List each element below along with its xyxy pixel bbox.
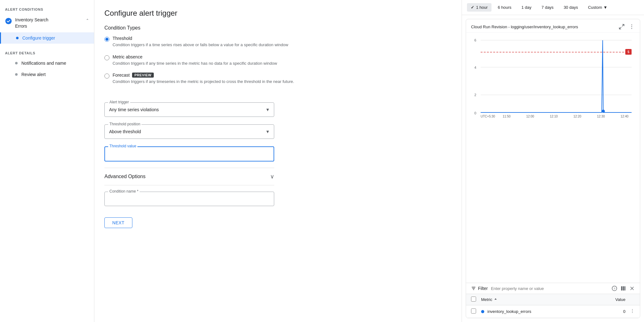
- condition-type-forecast: Forecast PREVIEW Condition triggers if a…: [104, 73, 452, 85]
- sidebar-sub-item-configure-trigger[interactable]: Configure trigger: [0, 32, 94, 44]
- preview-badge: PREVIEW: [132, 73, 153, 78]
- svg-text:6: 6: [475, 38, 476, 42]
- alert-trigger-select[interactable]: Any time series violationsAll time serie…: [104, 102, 274, 117]
- sort-up-icon[interactable]: [493, 297, 498, 302]
- threshold-radio[interactable]: [104, 37, 109, 42]
- svg-text:12:40: 12:40: [621, 115, 629, 117]
- svg-text:2: 2: [475, 93, 476, 97]
- svg-text:0: 0: [475, 111, 476, 115]
- svg-text:UTC+5:30: UTC+5:30: [481, 115, 495, 117]
- alert-details-label: ALERT DETAILS: [0, 49, 94, 57]
- sidebar-item-inventory[interactable]: Inventory Search Errors ⌃: [0, 14, 94, 32]
- review-label: Review alert: [21, 72, 46, 77]
- condition-type-metric-absence: Metric absence Condition triggers if any…: [104, 54, 452, 67]
- threshold-position-label: Threshold position: [108, 122, 142, 126]
- metric-name: inventory_lookup_errors: [487, 309, 610, 314]
- svg-point-2: [631, 26, 632, 27]
- svg-rect-27: [625, 286, 625, 291]
- time-btn-7days[interactable]: 7 days: [538, 3, 557, 12]
- alert-conditions-label: ALERT CONDITIONS: [0, 5, 94, 14]
- threshold-desc: Condition triggers if a time series rise…: [113, 42, 288, 48]
- alert-trigger-group: Alert trigger Any time series violations…: [104, 102, 452, 117]
- metric-value: 0: [610, 309, 625, 314]
- time-range-bar: ✓ 1 hour 6 hours 1 day 7 days 30 days Cu…: [462, 0, 644, 15]
- svg-text:5: 5: [628, 50, 630, 54]
- columns-icon[interactable]: [620, 286, 626, 291]
- threshold-value-input[interactable]: 5: [104, 146, 274, 161]
- svg-point-1: [631, 25, 632, 25]
- time-btn-1hour[interactable]: ✓ 1 hour: [467, 3, 491, 12]
- help-icon[interactable]: ?: [612, 286, 617, 291]
- filter-actions: ?: [612, 286, 635, 291]
- svg-point-22: [602, 110, 605, 113]
- svg-text:11:50: 11:50: [503, 115, 511, 117]
- filter-label: Filter: [471, 286, 488, 291]
- svg-rect-26: [623, 286, 624, 291]
- alert-trigger-wrapper: Any time series violationsAll time serie…: [104, 102, 274, 117]
- svg-text:12:20: 12:20: [574, 115, 581, 117]
- time-btn-30days[interactable]: 30 days: [560, 3, 582, 12]
- threshold-position-select[interactable]: Above thresholdBelow threshold: [104, 124, 274, 139]
- sidebar-sub-item-review[interactable]: Review alert: [0, 69, 94, 80]
- threshold-value-label: Threshold value: [108, 144, 137, 148]
- threshold-label-wrapper: Threshold Condition triggers if a time s…: [113, 36, 288, 48]
- metric-column-header: Metric: [481, 297, 600, 302]
- svg-point-3: [631, 28, 632, 29]
- sidebar: ALERT CONDITIONS Inventory Search Errors…: [0, 0, 94, 322]
- row-checkbox[interactable]: [471, 308, 476, 314]
- condition-name-label: Condition name *: [108, 189, 140, 194]
- threshold-position-group: Threshold position Above thresholdBelow …: [104, 124, 452, 139]
- condition-type-threshold: Threshold Condition triggers if a time s…: [104, 36, 452, 48]
- svg-rect-25: [621, 286, 622, 291]
- time-btn-custom[interactable]: Custom ▼: [584, 3, 611, 12]
- active-dot: [16, 37, 19, 39]
- metric-more-icon[interactable]: [625, 308, 635, 314]
- advanced-options-label: Advanced Options: [104, 174, 146, 179]
- main-inner: Configure alert trigger Condition Types …: [94, 0, 644, 322]
- forecast-label: Forecast PREVIEW: [113, 73, 294, 78]
- forecast-radio[interactable]: [104, 74, 109, 79]
- chart-title: Cloud Run Revision - logging/user/invent…: [471, 25, 578, 29]
- metric-table-header: Metric Value: [466, 294, 640, 305]
- metric-absence-label-wrapper: Metric absence Condition triggers if any…: [113, 54, 277, 67]
- filter-text: Filter: [478, 286, 488, 291]
- metric-absence-label: Metric absence: [113, 54, 277, 59]
- filter-bar: Filter ?: [466, 283, 640, 294]
- forecast-label-wrapper: Forecast PREVIEW Condition triggers if a…: [113, 73, 294, 85]
- sidebar-sub-item-notifications[interactable]: Notifications and name: [0, 57, 94, 69]
- svg-point-28: [632, 309, 633, 310]
- chart-actions: [619, 24, 635, 30]
- select-all-checkbox[interactable]: [471, 297, 476, 302]
- filter-input[interactable]: [491, 286, 608, 291]
- next-button[interactable]: NEXT: [104, 217, 132, 228]
- metric-table: Metric Value inventory_loo: [466, 294, 640, 318]
- svg-point-30: [632, 312, 633, 313]
- svg-text:12:00: 12:00: [526, 115, 534, 117]
- advanced-options-chevron-icon: ∨: [270, 173, 274, 180]
- condition-types-title: Condition Types: [104, 25, 452, 31]
- header-check-col: [471, 297, 481, 303]
- svg-text:?: ?: [613, 287, 615, 290]
- main-content: Configure alert trigger Condition Types …: [94, 0, 644, 322]
- condition-name-input[interactable]: Inventory Search Errors: [104, 192, 274, 206]
- metric-absence-radio[interactable]: [104, 55, 109, 60]
- more-vert-icon[interactable]: [629, 24, 635, 30]
- svg-text:12:10: 12:10: [550, 115, 558, 117]
- inactive-dot-review: [15, 73, 18, 76]
- chart-area: 6 4 2 0 5: [466, 33, 640, 283]
- chevron-up-icon: ⌃: [86, 18, 89, 23]
- close-icon[interactable]: [629, 286, 635, 291]
- expand-icon[interactable]: [619, 24, 625, 30]
- chart-header: Cloud Run Revision - logging/user/invent…: [466, 19, 640, 33]
- time-btn-1day[interactable]: 1 day: [518, 3, 535, 12]
- inventory-item-title: Inventory Search Errors: [15, 17, 86, 29]
- advanced-options-header[interactable]: Advanced Options ∨: [104, 168, 274, 185]
- svg-point-0: [5, 18, 12, 24]
- threshold-position-wrapper: Above thresholdBelow threshold ▼: [104, 124, 274, 139]
- inventory-item-content: Inventory Search Errors: [15, 17, 86, 29]
- threshold-value-group: Threshold value 5: [104, 146, 274, 161]
- time-btn-6hours[interactable]: 6 hours: [494, 3, 515, 12]
- chart-panel: ✓ 1 hour 6 hours 1 day 7 days 30 days Cu…: [462, 0, 644, 322]
- notifications-label: Notifications and name: [21, 61, 66, 66]
- forecast-desc: Condition triggers if any timeseries in …: [113, 79, 294, 85]
